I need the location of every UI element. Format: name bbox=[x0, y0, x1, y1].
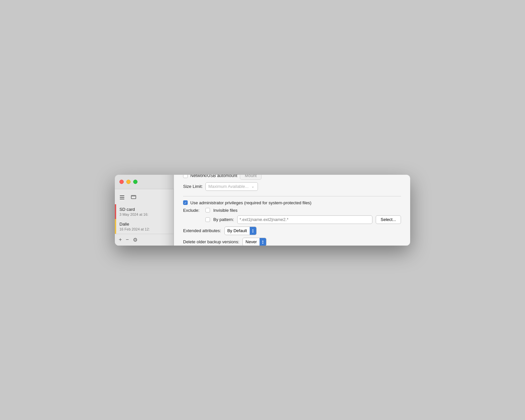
ea-stepper-up: ▲ bbox=[252, 229, 254, 231]
sidebar-bottom: + − ⚙ bbox=[115, 234, 174, 246]
mac-window: Backup: SD card bbox=[115, 175, 410, 246]
invisible-files-checkbox[interactable] bbox=[205, 208, 210, 212]
svg-rect-4 bbox=[131, 195, 136, 196]
size-limit-label: Size Limit: bbox=[183, 184, 203, 189]
network-usb-label: Network/USB automount bbox=[190, 175, 237, 178]
size-limit-arrow: ⌄ bbox=[251, 184, 254, 189]
dialog-overlay: Name: Color label: ▼ Backup destination: bbox=[174, 189, 410, 246]
by-pattern-row: By pattern: Select... bbox=[183, 215, 401, 224]
extended-attr-select[interactable]: By Default ▲ ▼ bbox=[224, 227, 257, 235]
dialog: Name: Color label: ▼ Backup destination: bbox=[174, 175, 410, 246]
extended-attr-row: Extended attributes: By Default ▲ ▼ bbox=[183, 227, 401, 235]
traffic-lights bbox=[119, 180, 137, 184]
minimize-button[interactable] bbox=[126, 180, 131, 184]
admin-priv-label: Use administrator privileges (required f… bbox=[190, 200, 311, 205]
mount-button[interactable]: Mount bbox=[240, 175, 262, 180]
exclude-label: Exclude: bbox=[183, 208, 202, 213]
extended-attr-label: Extended attributes: bbox=[183, 228, 221, 233]
gear-button[interactable]: ⚙ bbox=[133, 237, 137, 243]
sidebar-list-view-btn[interactable] bbox=[117, 193, 127, 202]
invisible-files-label: Invisible files bbox=[213, 208, 238, 213]
delete-older-value: Never bbox=[243, 239, 260, 244]
svg-rect-2 bbox=[120, 199, 124, 199]
select-button[interactable]: Select... bbox=[376, 215, 401, 224]
ea-stepper-down: ▼ bbox=[252, 231, 254, 233]
sidebar-item-sdcard[interactable]: SD card 3 May 2024 at 16: bbox=[115, 204, 174, 219]
remove-backup-button[interactable]: − bbox=[126, 237, 129, 243]
sidebar-item-dalle-date: 16 Feb 2024 at 12: bbox=[119, 227, 170, 231]
sidebar-archive-view-btn[interactable] bbox=[129, 193, 138, 202]
sidebar-item-dalle[interactable]: Dalle 16 Feb 2024 at 12: bbox=[115, 219, 174, 234]
backup-destination-section: Backup destination: Folder ▲ ▼ Macintos bbox=[183, 175, 401, 191]
size-limit-select[interactable]: Maximum Available... ⌄ bbox=[205, 182, 258, 191]
sidebar-item-dalle-name: Dalle bbox=[119, 222, 170, 227]
do-stepper-down: ▼ bbox=[262, 242, 264, 244]
exclude-row: Exclude: Invisible files bbox=[183, 208, 401, 213]
extended-attr-value: By Default bbox=[225, 228, 250, 233]
window-body: SD card 3 May 2024 at 16: Dalle 16 Feb 2… bbox=[115, 189, 410, 246]
sidebar: SD card 3 May 2024 at 16: Dalle 16 Feb 2… bbox=[115, 189, 174, 246]
network-usb-row: Network/USB automount Mount bbox=[183, 175, 401, 180]
svg-rect-1 bbox=[120, 197, 124, 198]
delete-older-label: Delete older backup versions: bbox=[183, 239, 239, 244]
by-pattern-checkbox[interactable] bbox=[205, 217, 210, 222]
close-button[interactable] bbox=[119, 180, 124, 184]
main-panel: Backu bbox=[174, 189, 410, 246]
delete-older-select[interactable]: Never ▲ ▼ bbox=[242, 238, 266, 246]
network-usb-checkbox[interactable] bbox=[183, 175, 188, 178]
admin-priv-checkbox[interactable] bbox=[183, 200, 188, 205]
size-limit-placeholder: Maximum Available... bbox=[208, 184, 249, 189]
sidebar-item-sdcard-name: SD card bbox=[119, 207, 170, 212]
divider-middle bbox=[183, 196, 401, 196]
delete-older-row: Delete older backup versions: Never ▲ ▼ bbox=[183, 238, 401, 246]
pattern-input[interactable] bbox=[237, 215, 372, 224]
do-stepper-up: ▲ bbox=[262, 240, 264, 242]
delete-older-stepper[interactable]: ▲ ▼ bbox=[260, 238, 266, 246]
maximize-button[interactable] bbox=[133, 180, 137, 184]
by-pattern-label: By pattern: bbox=[213, 217, 234, 222]
extended-attr-stepper[interactable]: ▲ ▼ bbox=[250, 227, 256, 235]
svg-rect-0 bbox=[120, 195, 124, 196]
sidebar-item-sdcard-date: 3 May 2024 at 16: bbox=[119, 212, 170, 216]
size-limit-row: Size Limit: Maximum Available... ⌄ bbox=[183, 182, 401, 191]
sidebar-toolbar bbox=[115, 192, 174, 203]
add-backup-button[interactable]: + bbox=[119, 237, 122, 243]
admin-priv-row: Use administrator privileges (required f… bbox=[183, 200, 401, 205]
